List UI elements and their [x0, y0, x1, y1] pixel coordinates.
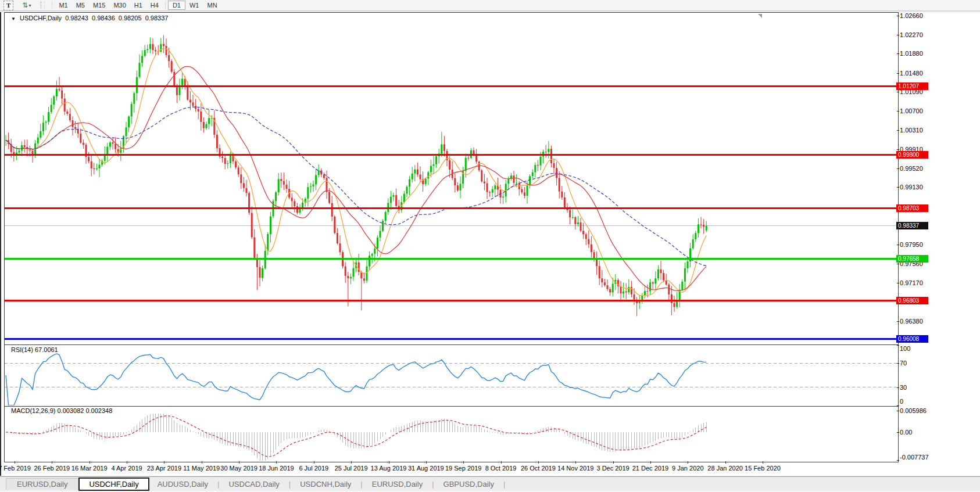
tab-separator: |: [216, 480, 220, 489]
timeframe-button-w1[interactable]: W1: [185, 1, 203, 10]
price-tick-label: 0.96380: [900, 318, 923, 325]
chart-tab-eurusd-daily[interactable]: EURUSD,Daily: [364, 479, 431, 490]
ohlc-close: 0.98337: [145, 15, 169, 21]
rsi-panel[interactable]: RSI(14) 67.0061: [4, 344, 899, 407]
date-label: 16 Mar 2019: [71, 465, 108, 472]
date-tick-mark: [239, 461, 239, 464]
timeframe-button-h4[interactable]: H4: [146, 1, 163, 10]
date-tick-mark: [426, 461, 427, 464]
rsi-name: RSI(14): [11, 346, 33, 353]
date-label: 8 Oct 2019: [485, 465, 517, 472]
rsi-tick-label: 100: [900, 345, 910, 352]
date-label: 18 Jun 2019: [259, 465, 294, 472]
chart-tab-audusd-daily[interactable]: AUDUSD,Daily: [149, 479, 216, 490]
chart-tab-usdcad-daily[interactable]: USDCAD,Daily: [220, 479, 287, 490]
date-tick-mark: [164, 461, 164, 464]
macd-tick-label: -0.007737: [900, 454, 929, 461]
timeframe-button-d1[interactable]: D1: [168, 1, 185, 10]
price-tick-mark: [897, 321, 899, 322]
timeframe-button-mn[interactable]: MN: [203, 1, 221, 10]
text-tool-button[interactable]: T: [3, 1, 13, 10]
price-tick-mark: [897, 283, 899, 283]
timeframe-button-m30[interactable]: M30: [109, 1, 130, 10]
date-tick-mark: [463, 461, 464, 464]
date-tick-mark: [501, 461, 502, 464]
chevron-down-icon[interactable]: ▾: [28, 3, 31, 8]
price-tick-label: 1.01880: [900, 50, 923, 57]
price-badge: 0.99800: [896, 151, 928, 159]
date-tick-mark: [15, 461, 15, 464]
ohlc-low: 0.98205: [119, 15, 142, 21]
macd-panel[interactable]: MACD(12,26,9) 0.003082 0.002348: [4, 406, 899, 462]
autoscroll-marker-icon[interactable]: [758, 14, 762, 18]
date-label: 23 Apr 2019: [147, 465, 181, 472]
price-tick-label: 1.01480: [900, 70, 923, 77]
price-tick-label: 0.97170: [900, 279, 923, 286]
price-tick-label: 0.99520: [900, 165, 923, 172]
date-label: 15 Feb 2020: [745, 465, 781, 472]
toolbar-separator: [165, 2, 166, 9]
price-tick-label: 1.00700: [900, 107, 923, 114]
price-tick-label: 0.99130: [900, 184, 923, 191]
macd-canvas[interactable]: [5, 407, 897, 461]
timeframe-button-m1[interactable]: M1: [55, 1, 71, 10]
rsi-canvas[interactable]: [5, 345, 897, 405]
price-tick-mark: [897, 111, 899, 112]
rsi-tick-mark: [897, 405, 899, 406]
price-badge: 0.98703: [896, 204, 928, 212]
chart-tab-bar: EURUSD,DailyUSDCHF,DailyAUDUSD,Daily|USD…: [0, 476, 980, 491]
chart-tab-gbpusd-daily[interactable]: GBPUSD,Daily: [435, 479, 502, 490]
macd-signal-value: 0.002348: [85, 407, 112, 414]
toolbar-separator: [52, 2, 52, 9]
rsi-tick-mark: [897, 345, 899, 346]
price-tick-mark: [897, 73, 899, 74]
date-label: 3 Dec 2019: [596, 465, 629, 472]
date-label: 11 May 2019: [183, 465, 220, 472]
cycle-symbols-button[interactable]: ⇅ ▾: [13, 1, 35, 10]
chart-symbol: USDCHF,Daily: [20, 15, 62, 21]
price-tick-mark: [897, 245, 899, 245]
tab-separator: |: [502, 480, 506, 489]
price-badge: 0.96008: [896, 335, 928, 343]
date-tick-mark: [538, 461, 539, 464]
price-tick-label: 1.02270: [900, 31, 923, 38]
date-label: 7 Feb 2019: [0, 465, 31, 472]
date-label: 6 Jul 2019: [299, 465, 328, 472]
date-tick-mark: [351, 461, 352, 464]
date-tick-mark: [725, 461, 726, 464]
date-tick-mark: [202, 461, 202, 464]
timeframe-button-group: M1M5M15M30H1H4D1W1MN: [49, 1, 221, 10]
date-tick-mark: [314, 461, 314, 464]
date-label: 31 Aug 2019: [408, 465, 444, 472]
macd-label: MACD(12,26,9) 0.003082 0.002348: [11, 407, 112, 414]
date-label: 9 Jan 2020: [672, 465, 703, 472]
timeframe-button-m15[interactable]: M15: [89, 1, 109, 10]
chart-tab-eurusd-daily[interactable]: EURUSD,Daily: [6, 478, 78, 490]
price-badge: 0.96803: [896, 297, 928, 304]
macd-tick-mark: [897, 432, 899, 433]
ohlc-open: 0.98243: [65, 15, 88, 21]
chart-window: ▼ USDCHF,Daily 0.98243 0.98436 0.98205 0…: [0, 12, 980, 476]
date-label: 26 Feb 2019: [34, 465, 70, 472]
timeframe-button-m5[interactable]: M5: [72, 1, 89, 10]
price-tick-mark: [897, 187, 899, 188]
macd-tick-mark: [897, 411, 899, 411]
tab-separator: |: [431, 480, 435, 489]
timeframe-button-h1[interactable]: H1: [130, 1, 146, 10]
chart-tab-usdchf-daily[interactable]: USDCHF,Daily: [78, 477, 149, 491]
date-tick-mark: [763, 461, 763, 464]
date-label: 30 May 2019: [220, 465, 257, 472]
chart-expand-icon[interactable]: ▼: [11, 16, 16, 21]
macd-tick-mark: [897, 460, 899, 461]
rsi-tick-mark: [897, 387, 899, 388]
price-chart-panel[interactable]: ▼ USDCHF,Daily 0.98243 0.98436 0.98205 0…: [4, 12, 899, 346]
price-badge: 0.97658: [896, 255, 928, 263]
date-label: 21 Dec 2019: [632, 465, 668, 472]
rsi-tick-label: 0: [900, 398, 903, 405]
date-label: 14 Nov 2019: [557, 465, 593, 472]
date-tick-mark: [575, 461, 576, 464]
date-tick-mark: [127, 461, 127, 464]
toolbar-grip: [41, 2, 45, 9]
price-chart-canvas[interactable]: [5, 13, 897, 344]
chart-tab-usdcnh-daily[interactable]: USDCNH,Daily: [292, 479, 359, 490]
